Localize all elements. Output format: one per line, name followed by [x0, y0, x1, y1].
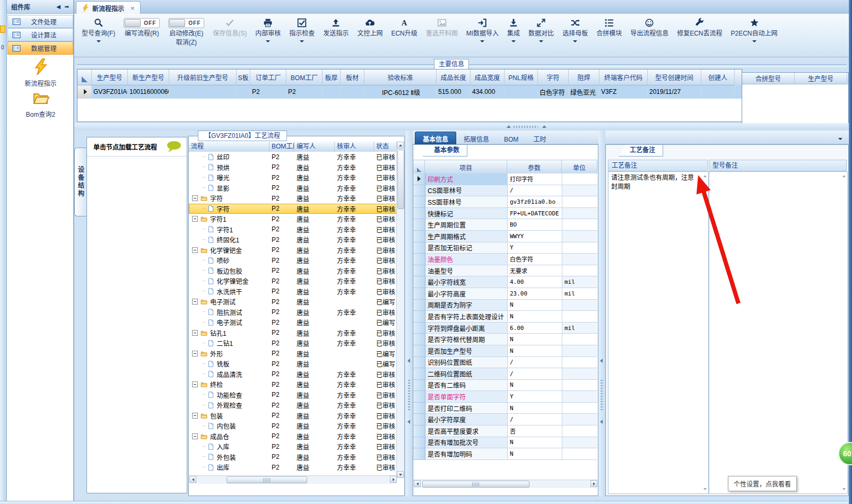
grid-column-header[interactable]: 新生产型号: [128, 69, 169, 85]
vertical-splitter[interactable]: [598, 131, 605, 496]
tree-node[interactable]: ┈阻抗测试: [189, 308, 269, 317]
grid-column-header[interactable]: 板材: [341, 69, 364, 85]
param-row[interactable]: 最小字符线宽4.00mil: [413, 276, 597, 288]
param-value[interactable]: N: [508, 334, 562, 345]
tree-node[interactable]: ┈外观检查: [189, 401, 269, 410]
toolbar-button-numbered-list[interactable]: 合拼模块: [592, 14, 626, 38]
tree-column-header[interactable]: 核审人: [335, 142, 374, 152]
param-value[interactable]: Y: [508, 391, 562, 403]
grid-cell[interactable]: 白色字符: [538, 85, 569, 99]
tree-node[interactable]: ┈内包装: [189, 421, 269, 430]
param-value[interactable]: N: [508, 345, 562, 357]
param-value[interactable]: N: [508, 437, 562, 449]
param-column-header[interactable]: 项目: [425, 160, 507, 174]
sidebar-item-3[interactable]: 数据管理: [7, 41, 73, 55]
grid-column-header[interactable]: 验收标准: [364, 69, 437, 85]
grid-column-header[interactable]: 板厚: [323, 69, 341, 85]
tree-node[interactable]: 化学镍钯金: [189, 246, 269, 255]
model-grid-row[interactable]: GV3FZ01IA010011600006032P2P2IPC-6012 Ⅱ级5…: [77, 85, 742, 99]
tree-node[interactable]: ┈铣板: [189, 359, 269, 368]
toolbar-button-smiley[interactable]: 导出流程信息: [626, 14, 673, 38]
param-value[interactable]: 无要求: [508, 265, 562, 277]
grid-column-header[interactable]: 字符: [538, 69, 569, 85]
grid-cell[interactable]: [505, 85, 538, 99]
param-row[interactable]: SS面菲林号gv3fz01ia0.bo: [413, 196, 597, 208]
tree-node[interactable]: ┈预烘: [189, 163, 269, 172]
toolbar-button-search[interactable]: 型号查询(F): [77, 14, 119, 42]
param-value[interactable]: /: [508, 357, 562, 369]
tree-row[interactable]: ┈喷砂P2唐益方幸幸已审核: [189, 255, 397, 266]
horizontal-splitter[interactable]: [74, 123, 852, 131]
grid-column-header[interactable]: 成品长度: [437, 69, 471, 85]
personal-settings-tooltip[interactable]: 个性设置，点我看看: [728, 476, 797, 491]
grid-column-header[interactable]: 型号创建时间: [648, 69, 701, 85]
param-row[interactable]: 快捷标记FP+UL+DATECODE: [413, 208, 597, 220]
param-row[interactable]: 二维码位置图纸/: [413, 368, 597, 380]
param-value[interactable]: /: [508, 368, 562, 380]
param-value[interactable]: WWYY: [508, 231, 562, 242]
toolbar-button-image[interactable]: 重选开料图: [422, 14, 462, 38]
tree-horizontal-scrollbar[interactable]: [189, 475, 397, 484]
grid-column-header[interactable]: 生产型号: [92, 69, 128, 85]
param-row[interactable]: 是否字符框代替周期N: [413, 334, 597, 345]
tree-node[interactable]: ┈二钻1: [189, 338, 269, 347]
splitter-collapse-icon[interactable]: [407, 359, 410, 363]
tree-row[interactable]: 电子测试P2唐益已编写: [189, 297, 397, 307]
param-row[interactable]: 周期是否为阴字N: [413, 300, 597, 311]
merge-grid-column-header[interactable]: 生产型号: [795, 73, 847, 84]
grid-column-header[interactable]: 成品宽度: [471, 69, 505, 85]
tree-column-header[interactable]: 流程: [189, 142, 269, 152]
param-row[interactable]: 生产周期位置BO: [413, 219, 597, 231]
tree-node[interactable]: ┈丝印: [189, 152, 269, 161]
scroll-down-icon[interactable]: [397, 471, 404, 478]
tree-row[interactable]: 字符1P2唐益方幸幸已审核: [189, 214, 397, 224]
grid-cell[interactable]: [169, 85, 237, 99]
craft-remark-box[interactable]: 请注意测试条也有周期，注意封周期: [608, 171, 709, 494]
splitter-grip[interactable]: [514, 126, 538, 128]
tree-vertical-scrollbar[interactable]: [396, 142, 404, 478]
tree-node[interactable]: 字符1: [189, 214, 269, 223]
tree-column-header[interactable]: 编写人: [294, 142, 335, 152]
tab-new-process-instruction[interactable]: 新流程指示 ×: [76, 1, 141, 14]
param-value[interactable]: N: [508, 403, 562, 414]
param-row[interactable]: 是否高平整度要求否: [413, 425, 597, 437]
param-value[interactable]: Y: [508, 242, 562, 254]
vertical-splitter[interactable]: [406, 131, 413, 496]
param-row[interactable]: 生产周期格式WWYY: [413, 231, 597, 242]
tree-row[interactable]: ┈外包装P2唐益方幸幸已审核: [189, 452, 397, 463]
chevron-down-icon[interactable]: [573, 40, 577, 42]
tree-row[interactable]: ┈板边包胶P2唐益方幸幸已审核: [189, 266, 397, 276]
param-value[interactable]: N: [508, 311, 562, 323]
toolbar-button-import[interactable]: MI数据导入: [462, 14, 503, 42]
tree-node[interactable]: 字符: [189, 194, 269, 203]
tree-row[interactable]: ┈丝印P2唐益方幸幸已审核: [189, 152, 397, 162]
tab-process-remarks[interactable]: 工艺备注: [619, 145, 663, 157]
splitter-collapse-icon[interactable]: [542, 125, 546, 128]
param-value[interactable]: /: [508, 185, 562, 197]
param-row[interactable]: CS面菲林号/: [413, 185, 597, 197]
sidebar-item-1[interactable]: 文件处理: [7, 15, 73, 28]
grid-cell[interactable]: [323, 85, 341, 99]
scroll-up-icon[interactable]: [842, 175, 846, 177]
splitter-grip[interactable]: [601, 380, 603, 412]
scroll-left-icon[interactable]: [189, 476, 196, 483]
chevron-down-icon[interactable]: [539, 40, 543, 42]
toolbar-button-compare[interactable]: 数据对比: [524, 14, 558, 42]
toolbar-button-cloud-upload[interactable]: 文控上网: [353, 14, 387, 38]
param-row[interactable]: 是否有字符上表面处理设计N: [413, 311, 597, 323]
tree-row[interactable]: ┈字符P2唐益方幸幸已审核: [189, 204, 397, 214]
tree-node[interactable]: ┈外包装: [189, 453, 269, 462]
grid-cell[interactable]: P2: [250, 85, 286, 99]
splitter-collapse-icon[interactable]: [600, 359, 603, 363]
splitter-grip[interactable]: [408, 380, 410, 412]
grid-column-header[interactable]: 订单工厂: [250, 69, 286, 85]
tree-row[interactable]: ┈化学镍钯金P2唐益方幸幸已审核: [189, 276, 397, 286]
toolbar-button-letter-a[interactable]: AECN升级: [387, 14, 421, 38]
param-row[interactable]: 是否单面字符Y: [413, 391, 597, 403]
tree-row[interactable]: ┈电子测试P2唐益已编写: [189, 317, 397, 328]
param-row[interactable]: 识别码位置图纸/: [413, 357, 597, 369]
param-corner[interactable]: [413, 160, 425, 174]
param-row[interactable]: 是否加生产型号N: [413, 345, 597, 357]
collapse-box-icon[interactable]: [192, 330, 198, 336]
tree-node[interactable]: ┈显影: [189, 184, 269, 193]
